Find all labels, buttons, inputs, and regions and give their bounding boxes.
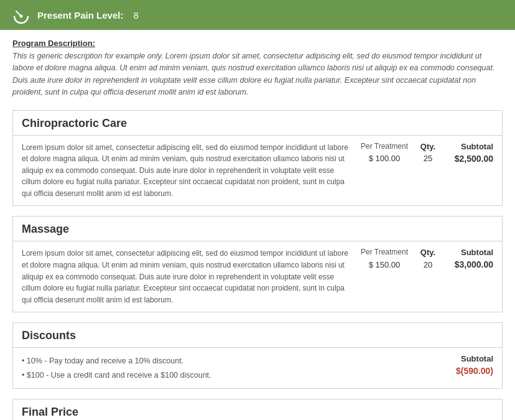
massage-subtotal-value: $3,000.00 <box>443 259 493 269</box>
chiropractic-pricing: Per Treatment Qty. Subtotal $ 100.00 25 … <box>356 142 493 164</box>
massage-pricing-header: Per Treatment Qty. Subtotal <box>356 248 493 257</box>
svg-point-2 <box>20 15 23 18</box>
discounts-subtotal-label: Subtotal <box>461 354 493 363</box>
pain-level-bar: Present Pain Level: 8 <box>0 0 515 30</box>
massage-per-treatment-label: Per Treatment <box>356 248 412 257</box>
chiropractic-body: Lorem ipsum dolor sit amet, consectetur … <box>13 136 502 206</box>
chiropractic-card: Chiropractoric Care Lorem ipsum dolor si… <box>12 110 503 207</box>
chiropractic-header: Chiropractoric Care <box>13 111 502 136</box>
massage-card: Massage Lorem ipsum dolor sit amet, cons… <box>12 216 503 312</box>
discounts-subtotal-value: $(590.00) <box>456 366 493 376</box>
massage-header: Massage <box>13 217 502 241</box>
discount-item-1: 10% - Pay today and receive a 10% discou… <box>22 354 406 368</box>
chiropractic-title: Chiropractoric Care <box>22 117 127 129</box>
massage-per-treatment-value: $ 150.00 <box>356 260 412 269</box>
chiropractic-pricing-header: Per Treatment Qty. Subtotal <box>356 142 493 151</box>
pain-label: Present Pain Level: <box>37 10 123 21</box>
final-price-title: Final Price <box>22 406 78 418</box>
chiropractic-qty-value: 25 <box>412 154 443 163</box>
discounts-body: 10% - Pay today and receive a 10% discou… <box>13 348 502 388</box>
program-description-text: This is generic description for example … <box>12 50 503 99</box>
chiropractic-pricing-values: $ 100.00 25 $2,500.00 <box>356 154 493 164</box>
chiropractic-per-treatment-value: $ 100.00 <box>356 154 412 163</box>
discount-item-2: $100 - Use a credit card and receive a $… <box>22 368 406 383</box>
massage-qty-label: Qty. <box>412 248 443 257</box>
massage-pricing: Per Treatment Qty. Subtotal $ 150.00 20 … <box>356 248 493 269</box>
massage-description: Lorem ipsum dolor sit amet, consectetur … <box>22 248 356 306</box>
massage-qty-value: 20 <box>412 260 443 269</box>
final-price-header: Final Price <box>13 399 502 420</box>
pain-value: 8 <box>133 10 138 21</box>
chiropractic-description: Lorem ipsum dolor sit amet, consectetur … <box>22 142 356 200</box>
massage-body: Lorem ipsum dolor sit amet, consectetur … <box>13 241 502 312</box>
discounts-header: Discounts <box>13 323 502 348</box>
discounts-title: Discounts <box>22 329 76 342</box>
massage-title: Massage <box>22 223 69 235</box>
massage-subtotal-label: Subtotal <box>443 248 493 257</box>
program-description-section: Program Description: This is generic des… <box>12 39 503 99</box>
discounts-card: Discounts 10% - Pay today and receive a … <box>12 322 503 389</box>
speedometer-icon <box>11 5 31 25</box>
massage-pricing-values: $ 150.00 20 $3,000.00 <box>356 259 493 269</box>
discounts-list: 10% - Pay today and receive a 10% discou… <box>22 354 406 382</box>
chiropractic-qty-label: Qty. <box>412 142 443 151</box>
main-content: Program Description: This is generic des… <box>0 30 515 420</box>
chiropractic-subtotal-value: $2,500.00 <box>443 154 493 164</box>
chiropractic-subtotal-label: Subtotal <box>443 142 493 151</box>
final-price-card: Final Price This is the final price that… <box>12 399 503 420</box>
program-description-title: Program Description: <box>12 39 503 48</box>
chiropractic-per-treatment-label: Per Treatment <box>356 142 412 151</box>
discounts-pricing: Subtotal $(590.00) <box>406 354 493 376</box>
